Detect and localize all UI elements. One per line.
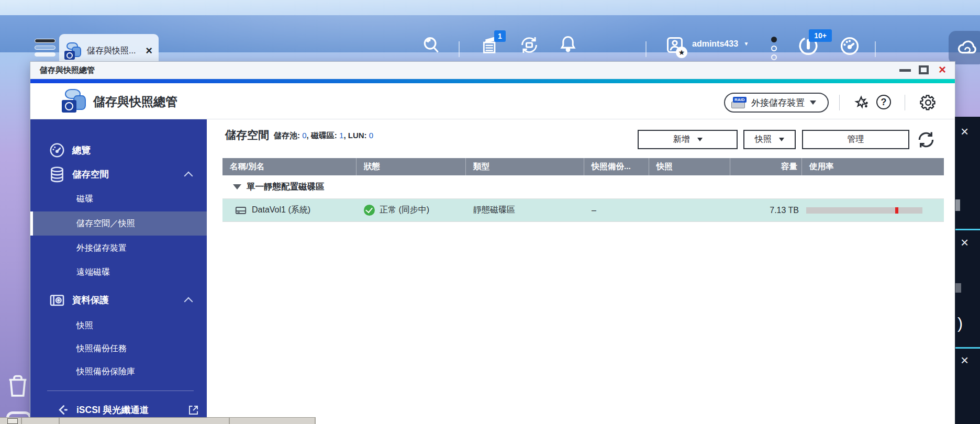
sidebar-item-remote-disk[interactable]: 遠端磁碟 bbox=[30, 261, 207, 284]
window-title: 儲存與快照總管 bbox=[40, 65, 95, 75]
snapshot-button[interactable]: 快照 bbox=[743, 130, 796, 149]
sidebar-group-storage[interactable]: 儲存空間 bbox=[30, 162, 207, 186]
pool-count: 0 bbox=[302, 131, 306, 140]
sidebar-item-snapshot-replica[interactable]: 快照備份任務 bbox=[30, 337, 207, 360]
alerts-count-badge: 10+ bbox=[809, 29, 832, 42]
snapshot-backup-value: – bbox=[592, 206, 596, 215]
user-caret-icon: ▼ bbox=[744, 41, 749, 47]
notification-close-icon[interactable]: × bbox=[961, 125, 968, 138]
notification-fragment bbox=[955, 199, 960, 211]
usage-tick bbox=[895, 207, 898, 214]
external-link-icon[interactable] bbox=[187, 404, 200, 416]
pool-label: 儲存池: bbox=[274, 131, 300, 140]
recycle-bin-icon[interactable] bbox=[3, 363, 32, 408]
settings-gear-icon[interactable] bbox=[919, 94, 937, 111]
storage-snapshots-app-icon bbox=[64, 42, 82, 60]
chevron-down-icon[interactable] bbox=[233, 184, 241, 189]
notification-fragment bbox=[955, 283, 961, 293]
help-icon[interactable]: ? bbox=[876, 95, 892, 110]
lun-count: 0 bbox=[369, 131, 373, 140]
main-content: 儲存空間 儲存池: 0, 磁碟區: 1, LUN: 0 新增 快照 管理 bbox=[207, 119, 955, 424]
storage-stats: 儲存池: 0, 磁碟區: 1, LUN: 0 bbox=[274, 131, 373, 141]
notification-toasts-clipped: × × ) × bbox=[955, 117, 980, 424]
notification-close-icon[interactable]: × bbox=[961, 353, 968, 367]
app-tab-label: 儲存與快照... bbox=[87, 46, 136, 57]
sidebar-item-snapshot-vault[interactable]: 快照備份保險庫 bbox=[30, 360, 207, 383]
volume-type: 靜態磁碟區 bbox=[473, 205, 515, 216]
dashboard-gauge-icon[interactable] bbox=[839, 35, 861, 57]
usage-bar bbox=[806, 207, 922, 214]
volume-group-row[interactable]: 單一靜態配置磁碟區 bbox=[222, 175, 944, 199]
external-storage-device-button[interactable]: RAID 外接儲存裝置 bbox=[724, 93, 829, 113]
column-header-snapshots[interactable]: 快照 bbox=[649, 158, 730, 175]
chevron-up-icon bbox=[185, 170, 193, 178]
sidebar-item-snapshots[interactable]: 快照 bbox=[30, 314, 207, 337]
close-button[interactable]: × bbox=[939, 62, 946, 77]
notification-accent-line bbox=[955, 229, 980, 230]
main-menu-icon[interactable] bbox=[35, 39, 55, 60]
volume-label: 磁碟區: bbox=[311, 131, 337, 140]
column-header-type[interactable]: 類型 bbox=[466, 158, 584, 175]
more-options-icon[interactable] bbox=[770, 37, 777, 63]
column-header-snapshot-backup[interactable]: 快照備份... bbox=[584, 158, 649, 175]
maximize-button[interactable] bbox=[919, 65, 929, 74]
capacity-value: 7.13 TB bbox=[770, 206, 799, 215]
refresh-icon[interactable] bbox=[916, 130, 936, 150]
sidebar: 總覽 儲存空間 磁碟 儲存空間／快照 bbox=[30, 119, 207, 424]
app-header: 儲存與快照總管 RAID 外接儲存裝置 ? bbox=[30, 83, 955, 119]
column-header-status[interactable]: 狀態 bbox=[357, 158, 466, 175]
content-title: 儲存空間 bbox=[225, 128, 269, 142]
sidebar-group-data-protection[interactable]: 資料保護 bbox=[30, 288, 207, 312]
header-separator bbox=[839, 95, 840, 110]
column-header-name[interactable]: 名稱/別名 bbox=[222, 158, 357, 175]
table-row-datavol1[interactable]: DataVol1 (系統) 正常 (同步中) 靜態磁碟區 – 7.13 TB bbox=[222, 199, 944, 222]
notifications-bell-icon[interactable] bbox=[558, 34, 578, 54]
external-device-sync-icon[interactable] bbox=[519, 35, 539, 55]
volume-status: 正常 (同步中) bbox=[380, 205, 429, 216]
create-button[interactable]: 新增 bbox=[638, 130, 738, 149]
recommendation-wizard-icon[interactable] bbox=[853, 95, 869, 110]
volume-disk-icon bbox=[234, 204, 248, 217]
user-menu[interactable]: admints433 ▼ bbox=[692, 39, 749, 49]
minimize-button[interactable] bbox=[899, 69, 911, 72]
gauge-icon bbox=[48, 141, 66, 159]
dropdown-caret-icon bbox=[810, 101, 816, 105]
status-ok-icon bbox=[364, 205, 375, 216]
header-separator bbox=[905, 95, 905, 110]
search-icon[interactable] bbox=[421, 35, 441, 55]
topbar-separator bbox=[875, 41, 876, 57]
database-icon bbox=[48, 165, 66, 183]
desktop: 儲存與快照... × 1 bbox=[0, 0, 980, 424]
accent-gradient-bar bbox=[30, 79, 955, 83]
table-header-row: 名稱/別名 狀態 類型 快照備份... 快照 容量 使用率 bbox=[222, 158, 944, 175]
myqnapcloud-icon[interactable] bbox=[949, 31, 980, 64]
storage-snapshots-app-icon bbox=[62, 88, 87, 114]
window-titlebar[interactable]: 儲存與快照總管 × bbox=[30, 62, 955, 79]
volumes-table: 名稱/別名 狀態 類型 快照備份... 快照 容量 使用率 單一靜態配置磁碟區 bbox=[222, 158, 944, 222]
tasks-count-badge: 1 bbox=[494, 30, 506, 42]
sidebar-item-overview[interactable]: 總覽 bbox=[30, 138, 207, 162]
topbar-separator bbox=[459, 41, 460, 57]
column-header-capacity[interactable]: 容量 bbox=[730, 158, 802, 175]
manage-button[interactable]: 管理 bbox=[802, 130, 909, 149]
topbar-separator bbox=[645, 41, 647, 57]
sidebar-item-storage-snapshots[interactable]: 儲存空間／快照 bbox=[30, 211, 207, 236]
notification-text-fragment: ) bbox=[957, 315, 963, 332]
sidebar-divider bbox=[47, 390, 194, 391]
background-window-icon bbox=[7, 418, 18, 424]
tab-close-icon[interactable]: × bbox=[144, 45, 153, 57]
username: admints433 bbox=[692, 39, 738, 48]
snapshot-camera-icon bbox=[48, 291, 66, 309]
dropdown-caret-icon bbox=[697, 138, 703, 141]
volume-name: DataVol1 (系統) bbox=[252, 205, 310, 216]
notification-close-icon[interactable]: × bbox=[961, 236, 968, 249]
sidebar-item-external-storage[interactable]: 外接儲存裝置 bbox=[30, 237, 207, 260]
sidebar-item-disks[interactable]: 磁碟 bbox=[30, 187, 207, 210]
chevron-up-icon bbox=[185, 296, 193, 304]
column-header-usage[interactable]: 使用率 bbox=[802, 158, 944, 175]
top-bar: 儲存與快照... × 1 bbox=[0, 15, 980, 52]
background-window-edge[interactable] bbox=[0, 417, 316, 424]
iscsi-arrow-icon bbox=[55, 403, 70, 417]
app-title: 儲存與快照總管 bbox=[93, 94, 177, 110]
storage-snapshots-window: 儲存與快照總管 × 儲存與快照總管 RAID 外接儲存裝置 bbox=[30, 62, 955, 424]
